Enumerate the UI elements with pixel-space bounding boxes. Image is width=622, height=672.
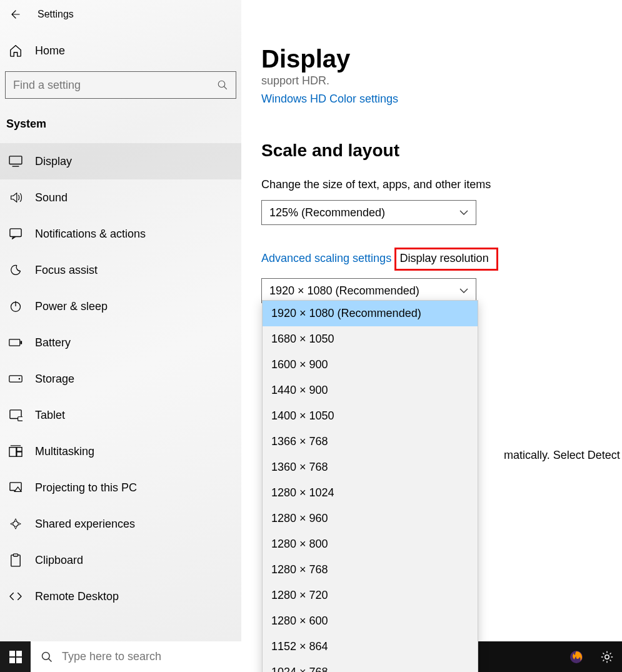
svg-point-10 [19,378,21,380]
hdr-subtext: support HDR. [261,74,609,88]
svg-point-27 [604,654,608,658]
sidebar-item-storage[interactable]: Storage [0,361,241,397]
resolution-option[interactable]: 1366 × 768 [263,429,478,454]
sidebar-item-label: Remote Desktop [35,590,119,603]
svg-rect-18 [11,555,20,566]
clipboard-icon [9,553,23,567]
resolution-option[interactable]: 1400 × 1050 [263,403,478,429]
resolution-label-highlight: Display resolution [394,248,498,271]
resolution-option[interactable]: 1920 × 1080 (Recommended) [263,301,478,326]
sidebar-item-label: Battery [35,336,71,349]
sidebar-item-label: Focus assist [35,264,98,277]
sidebar-item-power-sleep[interactable]: Power & sleep [0,288,241,324]
taskbar-settings[interactable] [591,641,622,672]
battery-icon [9,336,23,349]
sidebar-item-label: Display [35,155,72,168]
sidebar-item-label: Power & sleep [35,300,108,313]
monitor-icon [9,154,23,168]
home-icon [9,44,23,58]
notifications-icon [9,227,23,241]
resolution-option[interactable]: 1280 × 768 [263,557,478,583]
shared-icon [9,517,23,531]
windows-icon [9,651,22,663]
svg-rect-13 [9,448,16,457]
storage-icon [9,372,23,386]
sidebar-item-label: Multitasking [35,445,94,458]
resolution-dropdown[interactable]: 1920 × 1080 (Recommended)1680 × 10501600… [262,300,478,672]
resolution-option[interactable]: 1280 × 960 [263,506,478,531]
scale-label: Change the size of text, apps, and other… [261,178,609,191]
search-input-wrapper[interactable] [5,71,236,99]
svg-point-24 [43,652,50,659]
svg-rect-12 [18,417,23,421]
taskbar-firefox[interactable] [561,641,591,672]
chevron-down-icon [459,210,468,215]
search-icon [41,651,53,663]
sidebar-item-sound[interactable]: Sound [0,179,241,216]
resolution-option[interactable]: 1024 × 768 [263,659,478,672]
svg-rect-22 [9,658,15,663]
resolution-option[interactable]: 1600 × 900 [263,352,478,378]
search-icon [217,79,228,91]
scale-heading: Scale and layout [261,141,609,161]
behind-dropdown-text: matically. Select Detect to [504,449,622,462]
sidebar-item-focus-assist[interactable]: Focus assist [0,252,241,288]
svg-rect-23 [16,658,22,663]
svg-rect-21 [16,651,22,656]
sidebar-item-display[interactable]: Display [0,143,241,179]
tablet-icon [9,408,23,422]
chevron-down-icon [459,288,468,293]
hd-color-link[interactable]: Windows HD Color settings [261,93,398,106]
sidebar-item-label: Notifications & actions [35,228,146,241]
advanced-scaling-link[interactable]: Advanced scaling settings [261,252,391,265]
titlebar: Settings [0,0,241,36]
svg-rect-8 [21,341,23,344]
search-input[interactable] [13,79,217,92]
scale-select[interactable]: 125% (Recommended) [261,200,476,225]
resolution-option[interactable]: 1280 × 1024 [263,480,478,506]
start-button[interactable] [0,641,31,672]
multitasking-icon [9,444,23,458]
resolution-select[interactable]: 1920 × 1080 (Recommended) [261,278,476,303]
page-title: Display [261,0,609,73]
sidebar-item-multitasking[interactable]: Multitasking [0,433,241,469]
sidebar-section-title: System [0,109,241,143]
sidebar-home-label: Home [35,44,65,58]
moon-icon [9,263,23,277]
sidebar-item-notifications[interactable]: Notifications & actions [0,216,241,252]
sidebar-item-clipboard[interactable]: Clipboard [0,542,241,578]
sidebar-item-label: Storage [35,373,74,386]
sidebar-item-label: Shared experiences [35,518,135,531]
window-title: Settings [38,9,74,20]
sidebar-item-projecting[interactable]: Projecting to this PC [0,469,241,506]
sidebar-home[interactable]: Home [0,36,241,65]
power-icon [9,299,23,313]
resolution-option[interactable]: 1280 × 800 [263,531,478,557]
gear-icon [600,650,614,664]
sidebar-item-battery[interactable]: Battery [0,324,241,361]
sidebar-item-label: Sound [35,191,68,204]
svg-line-1 [224,86,227,89]
remote-desktop-icon [9,589,23,603]
back-button[interactable] [9,8,23,21]
resolution-option[interactable]: 1680 × 1050 [263,326,478,352]
svg-rect-2 [9,156,22,164]
sidebar-item-shared-experiences[interactable]: Shared experiences [0,506,241,542]
svg-rect-20 [9,651,15,656]
sidebar-search [0,65,241,109]
sidebar-item-tablet[interactable]: Tablet [0,397,241,433]
arrow-left-icon [10,9,21,20]
resolution-option[interactable]: 1280 × 600 [263,608,478,634]
resolution-option[interactable]: 1360 × 768 [263,454,478,480]
taskbar-search[interactable] [31,641,262,672]
sidebar-item-remote-desktop[interactable]: Remote Desktop [0,578,241,614]
sound-icon [9,191,23,204]
scale-select-value: 125% (Recommended) [269,206,385,219]
projecting-icon [9,481,23,494]
svg-rect-19 [13,554,18,556]
svg-line-25 [49,658,52,661]
taskbar-search-input[interactable] [62,650,252,663]
resolution-option[interactable]: 1280 × 720 [263,583,478,608]
resolution-option[interactable]: 1440 × 900 [263,378,478,403]
resolution-option[interactable]: 1152 × 864 [263,634,478,659]
